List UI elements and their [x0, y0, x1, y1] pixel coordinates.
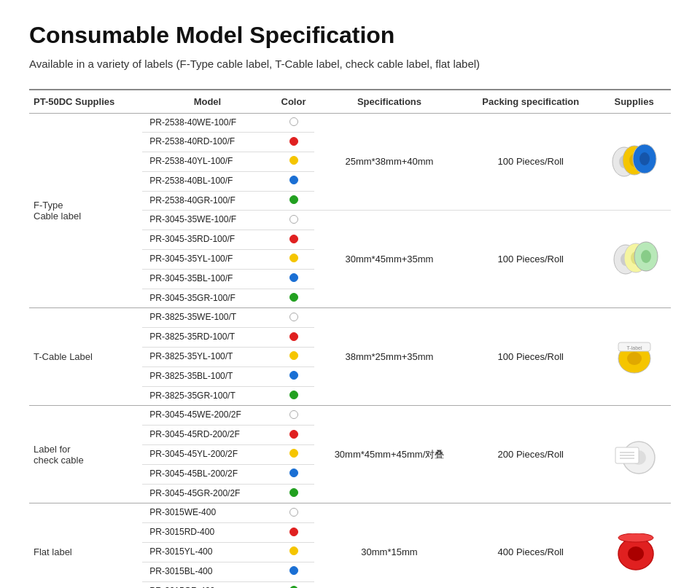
svg-point-13 [627, 352, 642, 365]
svg-point-24 [618, 533, 653, 542]
model-cell: PR-2538-40GR-100/F [142, 191, 272, 211]
model-cell: PR-3015YL-400 [142, 543, 272, 562]
yellow-dot [289, 351, 298, 360]
blue-dot [289, 371, 298, 380]
packing-cell: 200 Pieces/Roll [464, 406, 597, 503]
table-row: T-Cable LabelPR-3825-35WE-100/T38mm*25mm… [29, 308, 671, 328]
white-dot [289, 117, 298, 126]
color-cell [273, 484, 315, 503]
svg-point-23 [628, 546, 644, 561]
white-dot [289, 313, 298, 321]
packing-cell: 100 Pieces/Roll [464, 113, 597, 211]
yellow-dot [289, 449, 298, 458]
packing-cell: 400 Pieces/Roll [464, 503, 597, 588]
green-dot [289, 488, 298, 497]
green-dot [289, 195, 298, 204]
spec-cell: 30mm*45mm+45mm/对叠 [314, 406, 464, 503]
model-cell: PR-3015WE-400 [142, 503, 272, 523]
spec-cell: 38mm*25mm+35mm [314, 308, 464, 406]
model-cell: PR-3045-45GR-200/2F [142, 484, 272, 503]
col-spec: Specifications [314, 90, 464, 114]
col-color: Color [273, 90, 315, 114]
model-cell: PR-3825-35BL-100/T [142, 366, 272, 386]
subtitle: Available in a variety of labels (F-Type… [29, 56, 671, 73]
page-title: Consumable Model Specification [29, 22, 671, 49]
color-cell [273, 445, 315, 465]
supply-img-cell [597, 113, 671, 211]
supply-image [610, 533, 659, 571]
color-cell [273, 523, 315, 543]
model-cell: PR-3015RD-400 [142, 523, 272, 543]
model-cell: PR-2538-40RD-100/F [142, 133, 272, 152]
color-cell [273, 191, 315, 211]
model-cell: PR-3045-45YL-200/2F [142, 445, 272, 465]
table-row: F-TypeCable labelPR-2538-40WE-100/F25mm*… [29, 113, 671, 133]
color-cell [273, 152, 315, 172]
color-cell [273, 562, 315, 581]
yellow-dot [289, 156, 298, 165]
col-model: Model [142, 90, 272, 114]
color-cell [273, 171, 315, 191]
model-cell: PR-3045-45RD-200/2F [142, 426, 272, 445]
table-row: Flat labelPR-3015WE-40030mm*15mm400 Piec… [29, 503, 671, 523]
red-dot [289, 430, 298, 439]
table-header: PT-50DC Supplies Model Color Specificati… [29, 90, 671, 114]
blue-dot [289, 273, 298, 282]
supply-image [610, 143, 659, 181]
supply-img-cell [597, 503, 671, 588]
color-cell [273, 581, 315, 588]
red-dot [289, 332, 298, 341]
red-dot [289, 235, 298, 243]
section-label: T-Cable Label [29, 308, 142, 406]
col-supplies: PT-50DC Supplies [29, 90, 142, 114]
color-cell [273, 503, 315, 523]
red-dot [289, 528, 298, 536]
white-dot [289, 410, 298, 419]
color-cell [273, 348, 315, 367]
model-cell: PR-3045-35WE-100/F [142, 211, 272, 230]
model-cell: PR-3045-35GR-100/F [142, 289, 272, 308]
section-label: Flat label [29, 503, 142, 588]
color-cell [273, 543, 315, 562]
model-cell: PR-3045-45WE-200/2F [142, 406, 272, 426]
model-cell: PR-3825-35YL-100/T [142, 348, 272, 367]
svg-point-11 [641, 250, 651, 263]
packing-cell: 100 Pieces/Roll [464, 211, 597, 308]
model-cell: PR-2538-40YL-100/F [142, 152, 272, 172]
spec-cell: 25mm*38mm+40mm [314, 113, 464, 211]
model-cell: PR-2538-40WE-100/F [142, 113, 272, 133]
color-cell [273, 328, 315, 348]
yellow-dot [289, 546, 298, 555]
model-cell: PR-3015GR-400 [142, 581, 272, 588]
supply-image [610, 240, 659, 278]
table-row: Label forcheck cablePR-3045-45WE-200/2F3… [29, 406, 671, 426]
svg-point-5 [639, 152, 650, 165]
supply-image [610, 434, 659, 475]
blue-dot [289, 176, 298, 184]
color-cell [273, 366, 315, 386]
color-cell [273, 211, 315, 230]
blue-dot [289, 469, 298, 477]
color-cell [273, 113, 315, 133]
supply-img-cell [597, 211, 671, 308]
color-cell [273, 308, 315, 328]
color-cell [273, 289, 315, 308]
supply-image: T-label [610, 338, 659, 376]
white-dot [289, 215, 298, 224]
model-cell: PR-3045-45BL-200/2F [142, 464, 272, 484]
spec-cell: 30mm*15mm [314, 503, 464, 588]
col-supply-img: Supplies [597, 90, 671, 114]
model-cell: PR-2538-40BL-100/F [142, 171, 272, 191]
color-cell [273, 426, 315, 445]
spec-cell: 30mm*45mm+35mm [314, 211, 464, 308]
model-cell: PR-3825-35WE-100/T [142, 308, 272, 328]
model-cell: PR-3045-35BL-100/F [142, 269, 272, 289]
model-cell: PR-3825-35GR-100/T [142, 386, 272, 406]
section-label: Label forcheck cable [29, 406, 142, 503]
section-label: F-TypeCable label [29, 113, 142, 308]
model-cell: PR-3045-35RD-100/F [142, 230, 272, 250]
color-cell [273, 133, 315, 152]
svg-text:T-label: T-label [626, 345, 642, 350]
color-cell [273, 406, 315, 426]
model-cell: PR-3825-35RD-100/T [142, 328, 272, 348]
